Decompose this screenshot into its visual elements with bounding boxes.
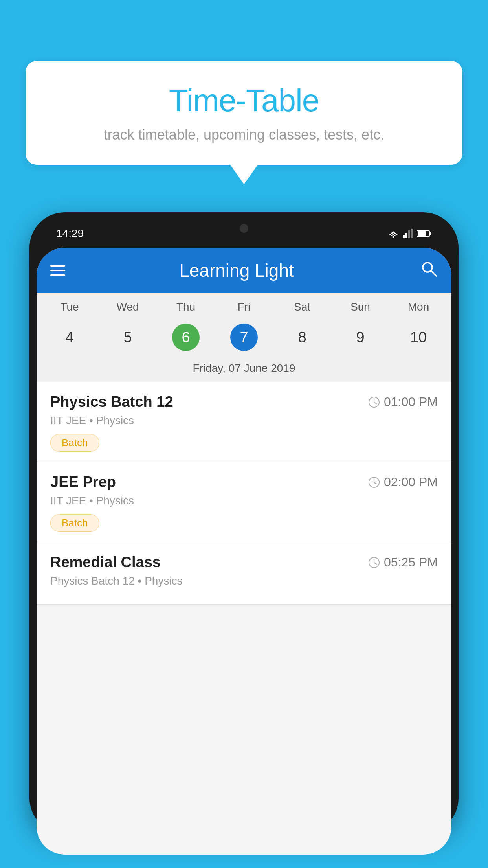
clock-icon-3 [368, 557, 380, 568]
speech-bubble-pointer [230, 165, 258, 184]
day-numbers: 4 5 6 7 8 9 10 [37, 316, 451, 359]
class-item-1[interactable]: Physics Batch 12 01:00 PM IIT JEE • Phys… [37, 382, 451, 462]
class-time-1: 01:00 PM [368, 395, 438, 409]
status-time: 14:29 [56, 227, 84, 240]
calendar-section: Tue Wed Thu Fri Sat Sun Mon 4 5 6 7 8 9 … [37, 293, 451, 382]
svg-line-20 [374, 563, 376, 564]
class-time-text-2: 02:00 PM [384, 475, 438, 489]
clock-icon-2 [368, 476, 380, 488]
day-5[interactable]: 5 [99, 320, 157, 355]
notch [220, 219, 268, 237]
wifi-icon [387, 229, 400, 238]
day-header-fri: Fri [215, 301, 273, 313]
speech-bubble-wrapper: Time-Table track timetable, upcoming cla… [26, 61, 462, 184]
class-item-2-top: JEE Prep 02:00 PM [50, 474, 438, 491]
svg-line-14 [374, 402, 376, 404]
svg-line-11 [431, 271, 436, 276]
day-4[interactable]: 4 [40, 320, 99, 355]
class-time-text-1: 01:00 PM [384, 395, 438, 409]
class-name-3: Remedial Class [50, 554, 161, 571]
day-8[interactable]: 8 [273, 320, 331, 355]
app-bar: Learning Light [37, 248, 451, 293]
class-meta-1: IIT JEE • Physics [50, 414, 438, 427]
search-icon[interactable] [420, 259, 438, 281]
status-bar: 14:29 [37, 219, 451, 248]
class-tag-2: Batch [50, 514, 99, 532]
clock-icon-1 [368, 396, 380, 408]
svg-rect-6 [411, 229, 413, 238]
class-name-2: JEE Prep [50, 474, 116, 491]
class-tag-1: Batch [50, 434, 99, 452]
day-headers: Tue Wed Thu Fri Sat Sun Mon [37, 293, 451, 316]
day-header-tue: Tue [40, 301, 99, 313]
selected-date-label: Friday, 07 June 2019 [37, 359, 451, 382]
class-item-3-top: Remedial Class 05:25 PM [50, 554, 438, 571]
day-header-thu: Thu [157, 301, 215, 313]
day-6[interactable]: 6 [157, 320, 215, 355]
svg-line-17 [374, 482, 376, 484]
svg-rect-3 [403, 235, 405, 238]
svg-point-2 [393, 236, 394, 238]
class-time-3: 05:25 PM [368, 555, 438, 570]
svg-rect-9 [418, 231, 426, 236]
day-9[interactable]: 9 [331, 320, 389, 355]
speech-bubble: Time-Table track timetable, upcoming cla… [26, 61, 462, 165]
app-title: Learning Light [65, 260, 408, 281]
class-meta-3: Physics Batch 12 • Physics [50, 575, 438, 587]
speech-bubble-subtitle: track timetable, upcoming classes, tests… [49, 127, 439, 143]
camera-dot [240, 224, 248, 233]
svg-rect-8 [429, 232, 431, 235]
phone-mockup: 14:29 [29, 212, 459, 868]
day-10[interactable]: 10 [389, 320, 448, 355]
class-item-3[interactable]: Remedial Class 05:25 PM Physics Batch 12… [37, 542, 451, 605]
hamburger-menu-icon[interactable] [50, 265, 65, 276]
class-item-2[interactable]: JEE Prep 02:00 PM IIT JEE • Physics Batc… [37, 462, 451, 542]
class-list: Physics Batch 12 01:00 PM IIT JEE • Phys… [37, 382, 451, 605]
day-header-wed: Wed [99, 301, 157, 313]
class-item-1-top: Physics Batch 12 01:00 PM [50, 394, 438, 410]
day-header-sat: Sat [273, 301, 331, 313]
status-icons [387, 229, 432, 238]
class-name-1: Physics Batch 12 [50, 394, 173, 410]
class-time-2: 02:00 PM [368, 475, 438, 489]
signal-icon [403, 229, 414, 238]
battery-icon [417, 230, 432, 237]
speech-bubble-title: Time-Table [49, 83, 439, 119]
phone-screen: Learning Light Tue Wed Thu Fri Sat Sun [37, 248, 451, 855]
day-header-sun: Sun [331, 301, 389, 313]
phone-outer: 14:29 [29, 212, 459, 833]
class-time-text-3: 05:25 PM [384, 555, 438, 570]
svg-rect-4 [405, 233, 407, 238]
svg-rect-5 [408, 230, 410, 238]
class-meta-2: IIT JEE • Physics [50, 495, 438, 507]
day-7[interactable]: 7 [215, 320, 273, 355]
day-header-mon: Mon [389, 301, 448, 313]
